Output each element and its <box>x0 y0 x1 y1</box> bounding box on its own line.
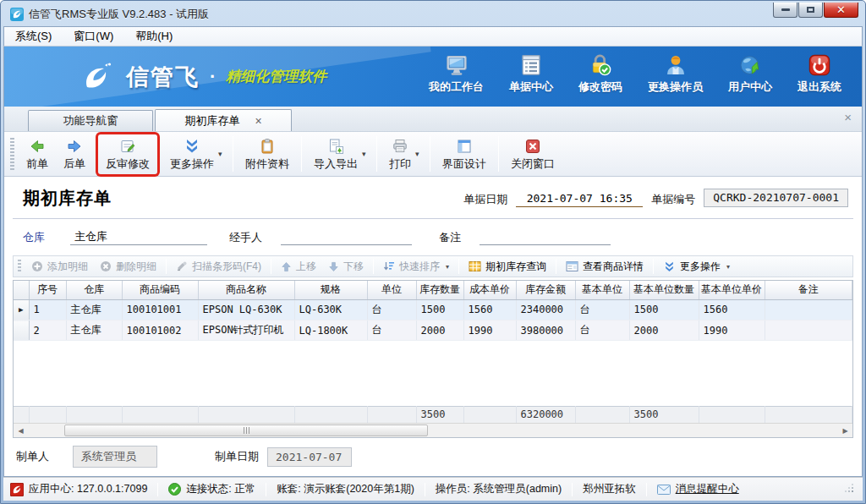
delete-detail-button[interactable]: 删除明细 <box>94 257 162 277</box>
table-cell[interactable]: 1 <box>29 300 66 320</box>
main-toolbar: 前单 后单 反审修改 更多操作 ▾ 附件资料 导入 <box>4 131 862 177</box>
move-up-button[interactable]: 上移 <box>275 257 322 277</box>
table-cell[interactable]: 1990 <box>699 320 765 341</box>
table-cell[interactable]: 1560 <box>699 300 765 320</box>
table-cell[interactable]: 1500 <box>416 300 463 320</box>
table-cell[interactable]: 2340000 <box>516 300 575 320</box>
product-detail-button[interactable]: 查看商品详情 <box>560 257 650 277</box>
minimize-button[interactable] <box>773 3 797 18</box>
scroll-left-icon[interactable]: ◀ <box>14 424 28 437</box>
add-detail-button[interactable]: 添加明细 <box>25 257 94 277</box>
status-link-text[interactable]: 消息提醒中心 <box>676 482 739 496</box>
column-header[interactable]: 备注 <box>765 281 852 299</box>
doc-date-field[interactable]: 2021-07-07 16:35 <box>516 192 643 207</box>
column-header[interactable]: 单位 <box>367 281 416 299</box>
table-cell[interactable]: 1560 <box>463 300 516 320</box>
toolbar-separator <box>430 136 430 172</box>
column-header[interactable]: 基本单位 <box>575 281 629 299</box>
column-header[interactable]: 商品名称 <box>198 281 294 299</box>
doc-date-label: 单据日期 <box>463 192 507 207</box>
table-cell[interactable]: 2000 <box>416 320 463 341</box>
unaudit-modify-button[interactable]: 反审修改 <box>98 134 157 174</box>
column-header[interactable]: 序号 <box>29 281 66 299</box>
close-window-button[interactable]: 关闭窗口 <box>503 134 562 174</box>
column-header[interactable]: 基本单位数量 <box>629 281 699 299</box>
banner-action-document-center[interactable]: 单据中心 <box>509 53 553 95</box>
column-header[interactable]: 商品编码 <box>122 281 198 299</box>
scan-barcode-button[interactable]: 扫描条形码(F4) <box>170 257 267 277</box>
prev-doc-button[interactable]: 前单 <box>19 134 56 174</box>
banner-action-change-password[interactable]: 修改密码 <box>578 53 622 95</box>
next-doc-button[interactable]: 后单 <box>56 134 93 174</box>
more-operations-dropdown[interactable]: ▾ <box>218 150 228 158</box>
resize-grip-icon[interactable] <box>844 483 854 496</box>
quick-sort-button[interactable]: 快速排序 ▾ <box>377 257 455 277</box>
table-cell[interactable]: LQ-630K <box>294 300 367 320</box>
table-cell[interactable]: 100101002 <box>122 320 198 341</box>
import-export-dropdown[interactable]: ▾ <box>362 150 372 158</box>
banner-action-exit-system[interactable]: 退出系统 <box>797 53 841 95</box>
import-export-button[interactable]: 导入导出 <box>306 134 365 174</box>
column-header[interactable]: 基本单位单价 <box>699 281 765 299</box>
table-cell[interactable]: EPSON针式打印机 <box>198 320 294 341</box>
menu-window[interactable]: 窗口(W) <box>74 29 113 44</box>
move-down-button[interactable]: 下移 <box>322 257 370 277</box>
tab-opening-stock[interactable]: 期初库存单 × <box>155 109 292 131</box>
print-button[interactable]: 打印 <box>381 134 419 174</box>
print-dropdown[interactable]: ▾ <box>415 150 425 158</box>
column-header[interactable]: 库存数量 <box>416 281 463 299</box>
table-cell[interactable] <box>765 300 852 320</box>
warehouse-field[interactable]: 主仓库 <box>70 229 207 245</box>
stock-query-button[interactable]: 期初库存查询 <box>463 257 552 277</box>
more-detail-dropdown[interactable]: ▾ <box>726 263 730 271</box>
toolbar-separator <box>301 136 302 172</box>
scrollbar-thumb[interactable] <box>64 425 428 436</box>
table-cell[interactable]: 100101001 <box>122 300 198 320</box>
menu-system[interactable]: 系统(S) <box>15 29 52 44</box>
horizontal-scrollbar[interactable]: ◀ ▶ <box>14 423 852 437</box>
table-cell[interactable]: 台 <box>575 320 629 341</box>
table-cell[interactable]: EPSON LQ-630K <box>198 300 294 320</box>
more-detail-operations-button[interactable]: 更多操作 ▾ <box>657 257 736 277</box>
more-operations-button[interactable]: 更多操作 <box>162 134 222 174</box>
table-cell[interactable]: 1990 <box>463 320 516 341</box>
brand-banner: 信管飞 · 精细化管理软件 我的工作台 单据中心 修改密码 更换操作员 <box>3 47 863 107</box>
tabstrip-close-icon[interactable]: × <box>844 111 852 123</box>
handler-field[interactable] <box>281 229 412 245</box>
table-cell[interactable]: 3980000 <box>516 320 575 341</box>
column-header[interactable]: 库存金额 <box>516 281 575 299</box>
remark-field[interactable] <box>480 229 611 245</box>
attachment-button[interactable]: 附件资料 <box>238 134 297 174</box>
table-cell[interactable]: 1500 <box>629 300 699 320</box>
tab-close-icon[interactable]: × <box>255 115 261 127</box>
button-label: 反审修改 <box>106 156 150 172</box>
banner-action-workstation[interactable]: 我的工作台 <box>429 53 484 95</box>
status-message-center[interactable]: 消息提醒中心 <box>657 482 739 496</box>
table-row[interactable]: 2主仓库100101002EPSON针式打印机LQ-1800K台20001990… <box>14 320 852 341</box>
menu-help[interactable]: 帮助(H) <box>135 29 173 44</box>
column-header[interactable]: 仓库 <box>66 281 122 299</box>
table-cell[interactable]: 主仓库 <box>66 320 122 341</box>
status-separator <box>266 483 266 496</box>
banner-action-user-center[interactable]: 用户中心 <box>728 53 772 95</box>
table-cell[interactable]: 2000 <box>629 320 699 341</box>
table-cell[interactable] <box>765 320 852 341</box>
table-cell[interactable]: LQ-1800K <box>294 320 367 341</box>
tab-function-nav[interactable]: 功能导航窗 <box>28 110 153 131</box>
column-header[interactable]: 规格 <box>294 281 367 299</box>
table-row[interactable]: ▶1主仓库100101001EPSON LQ-630KLQ-630K台15001… <box>14 300 852 320</box>
close-button[interactable]: ✕ <box>824 3 858 18</box>
table-cell[interactable]: 主仓库 <box>66 300 122 320</box>
table-cell[interactable]: 2 <box>29 320 66 341</box>
banner-action-switch-operator[interactable]: 更换操作员 <box>648 53 703 95</box>
ui-design-button[interactable]: 界面设计 <box>435 134 494 174</box>
table-cell[interactable]: 台 <box>367 320 416 341</box>
button-label: 下移 <box>343 260 364 274</box>
restore-button[interactable] <box>798 3 823 18</box>
column-header[interactable]: 成本单价 <box>463 281 516 299</box>
scroll-right-icon[interactable]: ▶ <box>838 424 852 437</box>
table-cell[interactable]: 台 <box>575 300 629 320</box>
button-label: 打印 <box>389 156 411 172</box>
table-cell[interactable]: 台 <box>367 300 416 320</box>
quick-sort-dropdown[interactable]: ▾ <box>446 263 449 271</box>
